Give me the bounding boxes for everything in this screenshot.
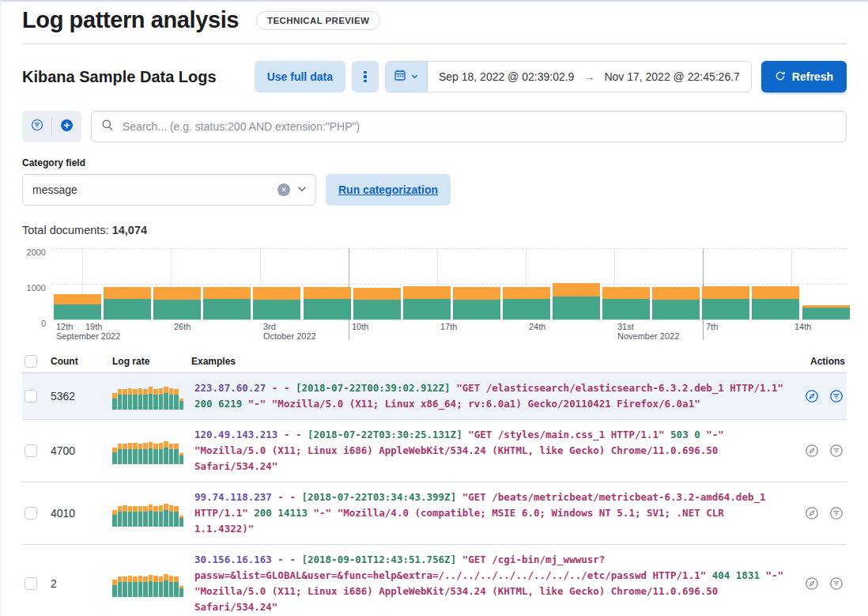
x-axis-tick: 3rd (263, 322, 276, 331)
doc-count-bar[interactable] (702, 286, 749, 319)
doc-count-bar[interactable] (203, 287, 251, 319)
doc-count-bar[interactable] (304, 287, 351, 319)
refresh-button[interactable]: Refresh (761, 61, 847, 93)
doc-count-bar[interactable] (503, 287, 550, 319)
doc-count-bar[interactable] (652, 287, 700, 319)
sparkline-bar (164, 574, 168, 597)
add-filter-button[interactable] (52, 111, 81, 142)
x-axis-tick: 24th (529, 322, 545, 331)
sparkline-bar (123, 444, 127, 465)
select-all-checkbox[interactable] (25, 355, 37, 368)
doc-count-bar[interactable] (602, 287, 650, 319)
sparkline-bar (133, 506, 138, 527)
example-token: "GET /elasticsearch/elasticsearch-6.3.2.… (451, 382, 790, 394)
log-rate-sparkline (112, 570, 183, 597)
clear-selection-icon[interactable]: ✕ (277, 183, 290, 196)
sparkline-bar (169, 388, 174, 410)
example-token: 503 0 (670, 429, 700, 440)
sparkline-bar (138, 388, 143, 410)
doc-count-bar[interactable] (752, 286, 799, 319)
more-options-button[interactable] (352, 61, 379, 93)
open-in-discover-button[interactable] (803, 505, 821, 522)
sparkline-bar (149, 387, 153, 410)
doc-count-bar[interactable] (104, 287, 151, 319)
pattern-example: 120.49.143.213 - - [2018-07-22T03:30:25.… (191, 420, 791, 482)
search-input[interactable] (121, 119, 836, 134)
date-range-start[interactable]: Sep 18, 2022 @ 02:39:02.9 (439, 70, 574, 83)
sparkline-bar (153, 576, 158, 597)
sparkline-bar (128, 388, 133, 410)
doc-count-bar[interactable] (403, 286, 451, 319)
column-header-log-rate: Log rate (112, 356, 191, 367)
example-token: - - (272, 491, 302, 503)
pattern-example: 99.74.118.237 - - [2018-07-22T03:34:43.3… (191, 482, 791, 544)
column-header-count: Count (51, 356, 112, 367)
y-axis-label: 0 (22, 319, 46, 328)
sparkline-bar (169, 505, 174, 527)
sparkline-bar (149, 442, 153, 464)
example-token: [2018-07-22T03:30:25.131Z] (308, 429, 462, 440)
doc-count-chart-plot: 12th19th26th3rd10th17th24th31st7th14thSe… (52, 248, 847, 319)
sparkline-bar (159, 443, 164, 464)
filter-pattern-button[interactable] (828, 387, 845, 405)
doc-count-bar[interactable] (153, 287, 201, 319)
filter-in-circle-icon (828, 576, 844, 591)
doc-count-bar[interactable] (553, 283, 600, 319)
doc-count-bar[interactable] (353, 288, 401, 319)
doc-count-bar[interactable] (54, 294, 101, 319)
pattern-example: 30.156.16.163 - - [2018-09-01T12:43:51.7… (191, 545, 791, 616)
doc-count-bar[interactable] (453, 287, 500, 319)
row-checkbox[interactable] (25, 577, 37, 590)
use-full-data-button[interactable]: Use full data (255, 61, 345, 93)
doc-count-chart: 12th19th26th3rd10th17th24th31st7th14thSe… (22, 240, 847, 337)
filter-button-group (22, 111, 81, 142)
x-axis-month-label: November 2022 (617, 331, 679, 341)
patterns-table-body: 5362223.87.60.27 - - [2018-07-22T00:39:0… (22, 373, 847, 616)
example-token: 223.87.60.27 (194, 382, 266, 394)
table-row: 230.156.16.163 - - [2018-09-01T12:43:51.… (22, 545, 847, 616)
doc-count-bar[interactable] (802, 305, 850, 319)
sparkline-bar (153, 444, 158, 465)
calendar-icon (394, 69, 406, 85)
sparkline-bar (174, 444, 179, 464)
compass-icon (804, 443, 820, 459)
sparkline-bar (159, 505, 164, 527)
sparkline-bar (118, 389, 123, 410)
chevron-down-icon (296, 183, 308, 197)
column-header-examples: Examples (191, 356, 791, 367)
date-range-end[interactable]: Nov 17, 2022 @ 22:45:26.7 (604, 70, 739, 83)
open-in-discover-button[interactable] (803, 575, 821, 592)
sparkline-bar (128, 506, 133, 527)
open-in-discover-button[interactable] (803, 387, 821, 405)
row-checkbox[interactable] (25, 444, 37, 457)
sparkline-bar (153, 389, 158, 410)
filter-pattern-button[interactable] (828, 575, 845, 592)
top-divider (1, 0, 868, 2)
date-picker: Sep 18, 2022 @ 02:39:02.9 → Nov 17, 2022… (385, 61, 752, 93)
datasource-title: Kibana Sample Data Logs (22, 68, 255, 86)
example-token: - - (266, 382, 296, 394)
x-axis-month-label: October 2022 (263, 331, 316, 341)
sparkline-bar (179, 516, 184, 527)
category-field-select[interactable]: message ✕ (22, 174, 316, 206)
doc-count-bar[interactable] (253, 287, 300, 319)
row-checkbox[interactable] (25, 507, 37, 520)
x-axis-tick: 19th (85, 322, 102, 331)
sparkline-bar (174, 389, 179, 410)
row-checkbox[interactable] (25, 390, 37, 402)
example-token: 404 1831 (712, 569, 760, 581)
toggle-filters-button[interactable] (22, 111, 51, 142)
sparkline-bar (174, 576, 179, 597)
table-row: 4700120.49.143.213 - - [2018-07-22T03:30… (22, 420, 847, 482)
pattern-count: 5362 (51, 390, 112, 402)
example-token: "GET /styles/main.css_1 HTTP/1.1" (462, 429, 670, 440)
quick-select-button[interactable] (386, 62, 428, 92)
filter-pattern-button[interactable] (828, 442, 845, 459)
compass-icon (804, 388, 820, 404)
sparkline-bar (133, 443, 138, 464)
sparkline-bar (153, 506, 158, 527)
filter-pattern-button[interactable] (828, 505, 845, 522)
patterns-table-header: Count Log rate Examples Actions (22, 350, 847, 373)
open-in-discover-button[interactable] (803, 442, 821, 459)
run-categorization-button[interactable]: Run categorization (326, 174, 451, 206)
